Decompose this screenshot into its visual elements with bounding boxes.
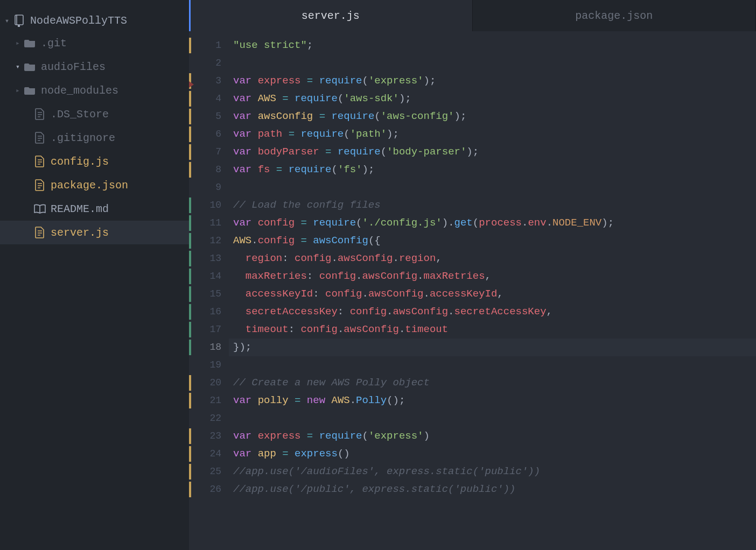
file-icon: [32, 179, 47, 191]
line-number[interactable]: 14: [189, 267, 229, 285]
code-line[interactable]: AWS.config = awsConfig({: [233, 232, 756, 250]
line-number[interactable]: 26: [189, 481, 229, 498]
bookmark-marker-icon: [189, 81, 194, 88]
code-line[interactable]: });: [229, 339, 756, 356]
line-number[interactable]: 8: [189, 161, 229, 179]
project-root[interactable]: ▾ NodeAWSPollyTTS: [0, 10, 189, 31]
tree-folder[interactable]: ▸node_modules: [0, 79, 189, 102]
tree-item-label: README.md: [51, 203, 109, 215]
code-line[interactable]: var express = require('express'): [233, 427, 756, 445]
code-line[interactable]: [233, 410, 756, 427]
code-area[interactable]: 1234567891011121314151617181920212223242…: [189, 31, 756, 550]
code-line[interactable]: // Create a new AWS Polly object: [233, 374, 756, 392]
line-number[interactable]: 1: [189, 37, 229, 54]
line-number[interactable]: 16: [189, 303, 229, 321]
line-number[interactable]: 4: [189, 90, 229, 108]
code-line[interactable]: //app.use('/public', express.static('pub…: [233, 481, 756, 498]
gutter: 1234567891011121314151617181920212223242…: [189, 31, 229, 550]
line-number[interactable]: 3: [189, 72, 229, 90]
line-number[interactable]: 11: [189, 214, 229, 232]
code-line[interactable]: timeout: config.awsConfig.timeout: [233, 321, 756, 339]
line-number[interactable]: 20: [189, 374, 229, 392]
line-number[interactable]: 18: [189, 339, 229, 356]
tree-folder[interactable]: ▸.git: [0, 31, 189, 55]
line-number[interactable]: 2: [189, 54, 229, 72]
tree-file[interactable]: .gitignore: [0, 126, 189, 150]
tree-file[interactable]: .DS_Store: [0, 102, 189, 126]
code-line[interactable]: var express = require('express');: [233, 72, 756, 90]
line-number[interactable]: 23: [189, 427, 229, 445]
code-line[interactable]: region: config.awsConfig.region,: [233, 250, 756, 267]
line-number[interactable]: 12: [189, 232, 229, 250]
code-line[interactable]: [233, 356, 756, 374]
tree-item-label: config.js: [51, 156, 109, 168]
code-content[interactable]: "use strict";var express = require('expr…: [229, 31, 756, 550]
line-number[interactable]: 21: [189, 392, 229, 410]
tree-item-label: server.js: [51, 227, 109, 239]
code-line[interactable]: var fs = require('fs');: [233, 161, 756, 179]
tree-item-label: .gitignore: [51, 132, 115, 144]
line-number[interactable]: 5: [189, 108, 229, 125]
code-line[interactable]: [233, 179, 756, 196]
line-number[interactable]: 19: [189, 356, 229, 374]
tree-file[interactable]: README.md: [0, 197, 189, 221]
tree-item-label: package.json: [51, 179, 128, 192]
code-line[interactable]: accessKeyId: config.awsConfig.accessKeyI…: [233, 285, 756, 303]
line-number[interactable]: 15: [189, 285, 229, 303]
line-number[interactable]: 7: [189, 143, 229, 161]
code-line[interactable]: var app = express(): [233, 445, 756, 463]
editor-pane: server.jspackage.json 123456789101112131…: [189, 0, 756, 550]
code-line[interactable]: var config = require('./config.js').get(…: [233, 214, 756, 232]
line-number[interactable]: 6: [189, 125, 229, 143]
svg-rect-2: [18, 25, 20, 27]
tab-bar: server.jspackage.json: [189, 0, 756, 31]
code-line[interactable]: var polly = new AWS.Polly();: [233, 392, 756, 410]
tree-folder[interactable]: ▾audioFiles: [0, 55, 189, 79]
line-number[interactable]: 9: [189, 179, 229, 196]
tree-item-label: node_modules: [41, 84, 118, 97]
tree-file[interactable]: server.js: [0, 221, 189, 244]
folder-icon: [23, 62, 38, 72]
chevron-down-icon: ▾: [13, 62, 23, 71]
tree-file[interactable]: config.js: [0, 150, 189, 173]
file-icon: [32, 156, 47, 167]
line-number[interactable]: 13: [189, 250, 229, 267]
file-icon: [32, 108, 47, 120]
line-number[interactable]: 10: [189, 196, 229, 214]
file-icon: [32, 227, 47, 238]
line-number[interactable]: 25: [189, 463, 229, 481]
line-number[interactable]: 22: [189, 410, 229, 427]
folder-icon: [23, 86, 38, 95]
code-line[interactable]: var awsConfig = require('aws-config');: [233, 108, 756, 125]
chevron-right-icon: ▸: [13, 39, 23, 47]
tab-server-js[interactable]: server.js: [189, 0, 473, 31]
code-line[interactable]: "use strict";: [233, 37, 756, 54]
tab-package-json[interactable]: package.json: [473, 0, 757, 31]
code-line[interactable]: [233, 54, 756, 72]
code-line[interactable]: // Load the config files: [233, 196, 756, 214]
chevron-down-icon: ▾: [2, 16, 12, 25]
file-icon: [32, 132, 47, 144]
tree-item-label: .git: [41, 37, 67, 50]
code-line[interactable]: var bodyParser = require('body-parser');: [233, 143, 756, 161]
code-line[interactable]: var AWS = require('aws-sdk');: [233, 90, 756, 108]
code-line[interactable]: maxRetries: config.awsConfig.maxRetries,: [233, 267, 756, 285]
tree-item-label: .DS_Store: [51, 108, 109, 121]
folder-icon: [23, 38, 38, 48]
code-line[interactable]: var path = require('path');: [233, 125, 756, 143]
file-tree-sidebar: ▾ NodeAWSPollyTTS ▸.git▾audioFiles▸node_…: [0, 0, 189, 550]
tree-file[interactable]: package.json: [0, 173, 189, 197]
line-number[interactable]: 17: [189, 321, 229, 339]
line-number[interactable]: 24: [189, 445, 229, 463]
chevron-right-icon: ▸: [13, 86, 23, 95]
code-line[interactable]: secretAccessKey: config.awsConfig.secret…: [233, 303, 756, 321]
project-name: NodeAWSPollyTTS: [30, 15, 127, 27]
repo-icon: [12, 14, 27, 27]
code-line[interactable]: //app.use('/audioFiles', express.static(…: [233, 463, 756, 481]
book-icon: [32, 203, 47, 214]
tree-item-label: audioFiles: [41, 61, 106, 73]
